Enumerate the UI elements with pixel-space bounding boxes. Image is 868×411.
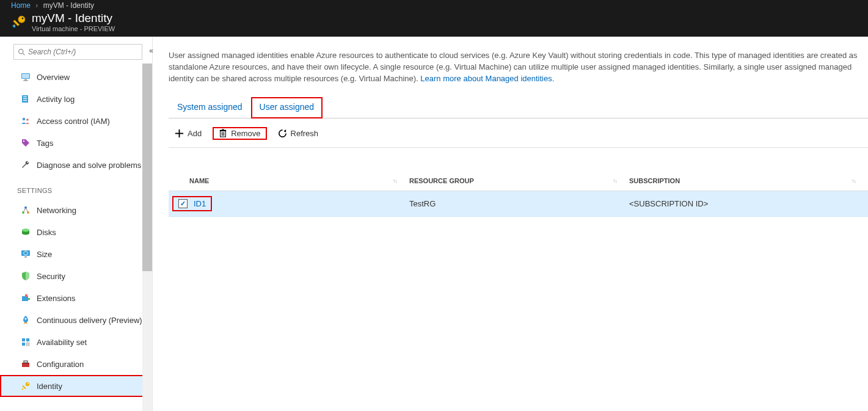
remove-button[interactable]: Remove	[213, 127, 266, 140]
svg-line-21	[23, 208, 26, 213]
shield-icon	[21, 271, 31, 281]
extensions-icon	[21, 293, 31, 303]
svg-rect-27	[22, 296, 28, 301]
network-icon	[21, 205, 31, 215]
sidebar: « Overview Activity log Access control (…	[0, 37, 153, 411]
refresh-label: Refresh	[291, 129, 319, 138]
sort-icon: ↑↓	[613, 178, 617, 184]
sidebar-item-label: Availability set	[37, 338, 87, 347]
sidebar-item-extensions[interactable]: Extensions	[0, 287, 152, 309]
svg-rect-14	[23, 100, 27, 101]
sidebar-item-availability-set[interactable]: Availability set	[0, 331, 152, 353]
sidebar-section-settings: SETTINGS	[0, 176, 152, 199]
sidebar-item-label: Identity	[37, 382, 62, 391]
svg-marker-4	[12, 25, 15, 28]
col-header-subscription[interactable]: SUBSCRIPTION ↑↓	[629, 177, 868, 184]
row-checkbox-highlight: ID1	[172, 196, 212, 211]
breadcrumb-home[interactable]: Home	[11, 1, 31, 10]
tab-user-assigned[interactable]: User assigned	[251, 97, 323, 118]
svg-point-30	[25, 318, 27, 320]
sidebar-item-security[interactable]: Security	[0, 265, 152, 287]
tab-system-assigned[interactable]: System assigned	[169, 97, 251, 118]
monitor-icon	[21, 72, 31, 82]
people-icon	[21, 116, 31, 126]
sidebar-item-label: Overview	[37, 73, 70, 82]
sidebar-item-configuration[interactable]: Configuration	[0, 353, 152, 375]
scrollbar-thumb[interactable]	[142, 64, 152, 271]
rocket-icon	[21, 315, 31, 325]
sidebar-item-activity-log[interactable]: Activity log	[0, 88, 152, 110]
sidebar-item-label: Disks	[37, 228, 56, 237]
search-input-wrap[interactable]	[13, 44, 142, 60]
disks-icon	[21, 227, 31, 237]
header-bar: Home › myVM - Identity myVM - Identity V…	[0, 0, 868, 37]
availability-icon	[21, 337, 31, 347]
toolbox-icon	[21, 359, 31, 369]
sidebar-item-label: Security	[37, 272, 65, 281]
svg-point-17	[23, 140, 24, 142]
svg-rect-37	[24, 361, 27, 363]
svg-rect-26	[24, 256, 27, 258]
search-icon	[18, 48, 26, 56]
table-row[interactable]: ID1 TestRG <SUBSCRIPTION ID>	[169, 191, 868, 217]
search-input[interactable]	[26, 48, 138, 56]
sidebar-item-label: Configuration	[37, 360, 84, 369]
sidebar-item-label: Activity log	[37, 95, 75, 104]
wrench-icon	[21, 160, 31, 170]
sidebar-item-continuous-delivery[interactable]: Continuous delivery (Preview)	[0, 309, 152, 331]
sidebar-item-overview[interactable]: Overview	[0, 66, 152, 88]
trash-icon	[219, 129, 227, 137]
learn-more-link[interactable]: Learn more about Managed identities.	[420, 74, 554, 83]
svg-rect-13	[23, 98, 27, 99]
sidebar-item-label: Networking	[37, 206, 76, 215]
svg-point-16	[26, 118, 29, 121]
refresh-icon	[278, 129, 287, 138]
svg-rect-33	[22, 343, 25, 346]
description-text: User assigned managed identities enable …	[169, 50, 865, 85]
refresh-button[interactable]: Refresh	[272, 127, 325, 140]
tabs: System assigned User assigned	[169, 97, 868, 118]
sidebar-item-tags[interactable]: Tags	[0, 132, 152, 154]
main-content: User assigned managed identities enable …	[153, 37, 868, 411]
breadcrumb: Home › myVM - Identity	[11, 0, 868, 12]
page-title: myVM - Identity	[32, 12, 115, 25]
sidebar-item-identity[interactable]: Identity	[0, 375, 152, 397]
sidebar-item-size[interactable]: Size	[0, 243, 152, 265]
svg-rect-10	[23, 81, 28, 81]
svg-point-5	[19, 49, 23, 53]
key-icon	[11, 14, 27, 30]
breadcrumb-current: myVM - Identity	[43, 1, 94, 10]
sidebar-item-label: Extensions	[37, 294, 76, 303]
row-subscription: <SUBSCRIPTION ID>	[629, 199, 868, 208]
svg-rect-9	[24, 79, 27, 81]
col-header-name[interactable]: NAME ↑↓	[189, 177, 409, 184]
sort-icon: ↑↓	[852, 178, 856, 184]
svg-line-22	[26, 208, 28, 213]
add-button[interactable]: Add	[169, 127, 208, 140]
sidebar-item-networking[interactable]: Networking	[0, 199, 152, 221]
row-checkbox[interactable]	[178, 199, 188, 208]
svg-rect-8	[22, 74, 29, 78]
page-subtitle: Virtual machine - PREVIEW	[32, 25, 115, 32]
svg-rect-41	[22, 388, 23, 390]
identity-key-icon	[21, 381, 31, 391]
sidebar-item-diagnose[interactable]: Diagnose and solve problems	[0, 154, 152, 176]
row-name-link[interactable]: ID1	[194, 199, 206, 208]
collapse-icon[interactable]: «	[149, 46, 153, 55]
toolbar: Add Remove Refresh	[169, 127, 868, 148]
svg-point-24	[22, 229, 29, 232]
svg-point-0	[18, 16, 25, 23]
sidebar-item-access-control[interactable]: Access control (IAM)	[0, 110, 152, 132]
svg-rect-28	[25, 294, 27, 297]
svg-rect-46	[222, 129, 224, 129]
sidebar-item-label: Diagnose and solve problems	[37, 161, 141, 170]
row-resource-group: TestRG	[409, 199, 629, 208]
identity-table: NAME ↑↓ RESOURCE GROUP ↑↓ SUBSCRIPTION ↑…	[169, 172, 868, 217]
log-icon	[21, 94, 31, 104]
svg-point-39	[27, 383, 29, 384]
breadcrumb-sep: ›	[32, 1, 41, 10]
svg-point-38	[26, 382, 29, 386]
sidebar-item-disks[interactable]: Disks	[0, 221, 152, 243]
sidebar-item-label: Tags	[37, 139, 53, 148]
col-header-resource-group[interactable]: RESOURCE GROUP ↑↓	[409, 177, 629, 184]
